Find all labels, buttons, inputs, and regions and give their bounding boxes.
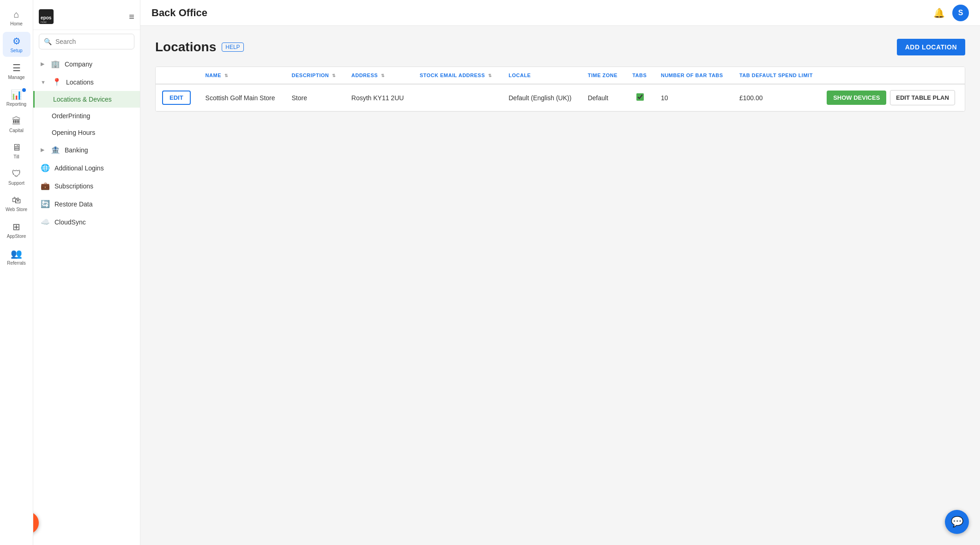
- table-body: EDIT Scottish Golf Main Store Store Rosy…: [156, 84, 965, 111]
- bell-icon[interactable]: 🔔: [933, 7, 945, 18]
- webstore-icon: 🛍: [12, 195, 21, 206]
- row-tabs-cell: [626, 84, 654, 111]
- col-tabs: TABS: [626, 67, 654, 84]
- sidebar-item-company[interactable]: ▶ 🏢 Company: [33, 55, 140, 73]
- row-stock-email-cell: [413, 84, 502, 111]
- row-locale-cell: Default (English (UK)): [502, 84, 581, 111]
- row-bar-tabs-cell: 10: [654, 84, 733, 111]
- sidebar-item-order-printing-label: OrderPrinting: [52, 112, 90, 120]
- search-box: 🔍: [39, 34, 134, 49]
- restore-icon: 🔄: [41, 200, 50, 208]
- sort-description-icon: ⇅: [332, 73, 336, 78]
- chevron-right-icon-banking: ▶: [41, 147, 44, 153]
- main-content: Back Office 🔔 S Locations HELP ADD LOCAT…: [140, 0, 980, 545]
- nav-home[interactable]: ⌂ Home: [3, 6, 30, 30]
- row-tab-default-cell: £100.00: [733, 84, 823, 111]
- edit-table-plan-button[interactable]: EDIT TABLE PLAN: [890, 90, 955, 105]
- cloud-icon: ☁️: [41, 218, 50, 226]
- left-navigation: ⌂ Home ⚙ Setup ☰ Manage 📊 Reporting 🏛 Ca…: [0, 0, 33, 545]
- row-edit-cell: EDIT: [156, 84, 199, 111]
- setup-icon: ⚙: [12, 36, 21, 47]
- page-content: Locations HELP ADD LOCATION NAME ⇅ DESCR…: [140, 26, 980, 545]
- hamburger-icon[interactable]: ≡: [129, 12, 134, 22]
- nav-support[interactable]: 🛡 Support: [3, 165, 30, 189]
- sidebar-item-banking[interactable]: ▶ 🏦 Banking: [33, 141, 140, 159]
- col-bar-tabs: NUMBER OF BAR TABS: [654, 67, 733, 84]
- col-description[interactable]: DESCRIPTION ⇅: [285, 67, 345, 84]
- col-name[interactable]: NAME ⇅: [199, 67, 285, 84]
- col-address[interactable]: ADDRESS ⇅: [345, 67, 413, 84]
- sidebar-item-subscriptions-label: Subscriptions: [54, 182, 93, 190]
- chevron-right-icon: ▶: [41, 61, 44, 67]
- edit-button[interactable]: EDIT: [162, 91, 191, 105]
- row-description-cell: Store: [285, 84, 345, 111]
- banking-icon: 🏦: [51, 145, 60, 154]
- chat-icon: 💬: [951, 516, 963, 528]
- svg-text:epos: epos: [41, 15, 52, 20]
- search-icon: 🔍: [44, 38, 52, 45]
- chat-bubble-button[interactable]: 💬: [945, 510, 969, 534]
- nav-reporting[interactable]: 📊 Reporting: [3, 85, 30, 110]
- sidebar: epos now ≡ 🔍 ▶ 🏢 Company ▼ 📍 Locations L…: [33, 0, 140, 545]
- capital-icon: 🏛: [12, 116, 21, 127]
- sidebar-item-banking-label: Banking: [65, 146, 88, 154]
- sort-email-icon: ⇅: [488, 73, 492, 78]
- sidebar-item-company-label: Company: [65, 61, 92, 68]
- nav-referrals[interactable]: 👥 Referrals: [3, 244, 30, 269]
- home-icon: ⌂: [13, 9, 19, 20]
- sidebar-item-opening-hours[interactable]: Opening Hours: [33, 124, 140, 141]
- sidebar-item-additional-logins[interactable]: 🌐 Additional Logins: [33, 159, 140, 177]
- sidebar-item-locations[interactable]: ▼ 📍 Locations: [33, 73, 140, 91]
- sidebar-item-locations-label: Locations: [66, 79, 94, 86]
- sidebar-item-subscriptions[interactable]: 💼 Subscriptions: [33, 177, 140, 195]
- row-name-cell: Scottish Golf Main Store: [199, 84, 285, 111]
- col-stock-email[interactable]: STOCK EMAIL ADDRESS ⇅: [413, 67, 502, 84]
- topbar: Back Office 🔔 S: [140, 0, 980, 26]
- col-locale: LOCALE: [502, 67, 581, 84]
- referrals-icon: 👥: [11, 248, 22, 259]
- sidebar-item-cloudsync[interactable]: ☁️ CloudSync: [33, 213, 140, 231]
- sort-address-icon: ⇅: [381, 73, 385, 78]
- manage-icon: ☰: [12, 62, 21, 73]
- chevron-down-icon: ▼: [41, 79, 46, 85]
- row-address-cell: Rosyth KY11 2UU: [345, 84, 413, 111]
- tabs-checkbox[interactable]: [636, 93, 644, 101]
- topbar-title: Back Office: [151, 7, 926, 19]
- locations-icon: 📍: [52, 78, 61, 86]
- avatar[interactable]: S: [952, 5, 969, 21]
- show-devices-button[interactable]: SHOW DEVICES: [827, 91, 886, 105]
- nav-setup[interactable]: ⚙ Setup: [3, 32, 30, 57]
- reporting-icon: 📊: [11, 89, 22, 100]
- locations-table-container: NAME ⇅ DESCRIPTION ⇅ ADDRESS ⇅ STOCK E: [155, 67, 965, 112]
- search-input[interactable]: [55, 38, 129, 45]
- topbar-icons: 🔔 S: [933, 5, 969, 21]
- page-header: Locations HELP ADD LOCATION: [155, 39, 965, 55]
- sidebar-item-locations-devices[interactable]: Locations & Devices: [33, 91, 140, 108]
- add-location-button[interactable]: ADD LOCATION: [897, 39, 965, 55]
- sidebar-item-order-printing[interactable]: OrderPrinting: [33, 108, 140, 124]
- nav-webstore[interactable]: 🛍 Web Store: [3, 191, 30, 216]
- company-icon: 🏢: [51, 60, 60, 68]
- sort-name-icon: ⇅: [224, 73, 229, 78]
- row-actions-cell: SHOW DEVICES EDIT TABLE PLAN: [823, 85, 965, 111]
- nav-appstore[interactable]: ⊞ AppStore: [3, 218, 30, 242]
- table-row: EDIT Scottish Golf Main Store Store Rosy…: [156, 84, 965, 111]
- nav-capital[interactable]: 🏛 Capital: [3, 112, 30, 137]
- support-icon: 🛡: [12, 169, 21, 179]
- additional-logins-icon: 🌐: [41, 164, 50, 172]
- col-actions: [156, 67, 199, 84]
- sidebar-item-restore-data[interactable]: 🔄 Restore Data: [33, 195, 140, 213]
- page-title: Locations: [155, 40, 216, 54]
- row-timezone-cell: Default: [581, 84, 626, 111]
- sidebar-item-locations-devices-label: Locations & Devices: [53, 96, 112, 103]
- nav-manage[interactable]: ☰ Manage: [3, 59, 30, 84]
- nav-till[interactable]: 🖥 Till: [3, 139, 30, 163]
- help-link[interactable]: HELP: [222, 42, 243, 52]
- appstore-icon: ⊞: [12, 221, 20, 232]
- svg-text:now: now: [41, 20, 47, 24]
- page-title-row: Locations HELP: [155, 40, 244, 54]
- col-tab-default: TAB DEFAULT SPEND LIMIT: [733, 67, 823, 84]
- eposnow-logo: epos now: [39, 9, 54, 24]
- reporting-dot: [22, 88, 26, 92]
- subscriptions-icon: 💼: [41, 182, 50, 190]
